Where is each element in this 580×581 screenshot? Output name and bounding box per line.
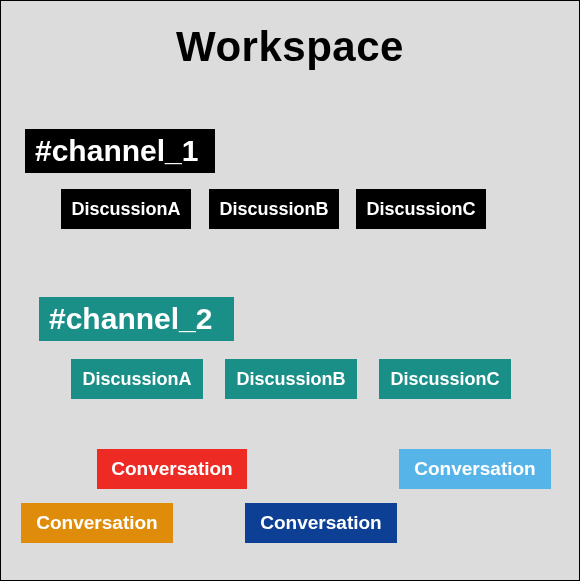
channel-2-discussion-c: DiscussionC [379, 359, 511, 399]
workspace-title: Workspace [1, 23, 579, 71]
channel-2-discussion-a: DiscussionA [71, 359, 203, 399]
channel-2-label: #channel_2 [39, 297, 234, 341]
conversation-red: Conversation [97, 449, 247, 489]
conversation-lightblue: Conversation [399, 449, 551, 489]
channel-2-discussion-b: DiscussionB [225, 359, 357, 399]
conversation-navy: Conversation [245, 503, 397, 543]
channel-1-discussion-a: DiscussionA [61, 189, 191, 229]
channel-1-discussion-c: DiscussionC [356, 189, 486, 229]
channel-1-label: #channel_1 [25, 129, 215, 173]
conversation-orange: Conversation [21, 503, 173, 543]
channel-1-discussion-b: DiscussionB [209, 189, 339, 229]
